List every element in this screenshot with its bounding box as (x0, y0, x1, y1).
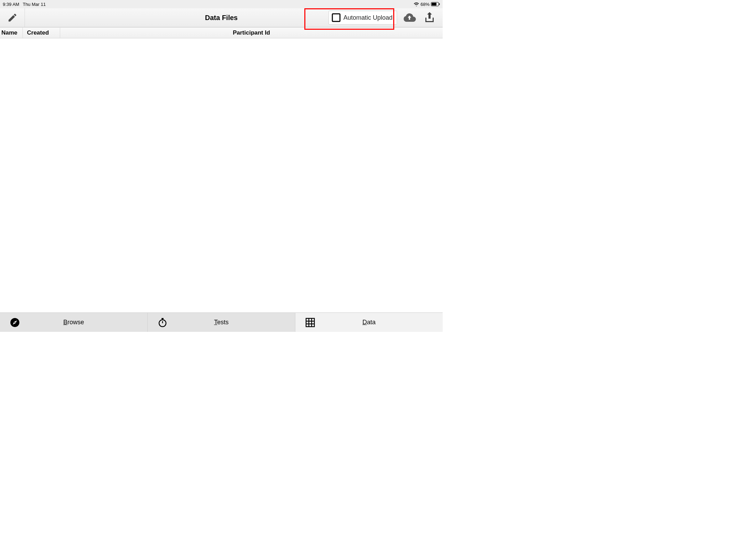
svg-rect-3 (332, 14, 340, 21)
column-header-name[interactable]: Name (0, 28, 23, 38)
tab-tests[interactable]: Tests (148, 313, 295, 332)
share-icon (424, 11, 435, 24)
status-time: 9:39 AM (3, 2, 19, 7)
battery-percent: 68% (421, 2, 430, 7)
svg-rect-10 (306, 318, 314, 327)
status-bar: 9:39 AM Thu Mar 11 68% (0, 0, 443, 8)
tab-data-label: Data (362, 319, 376, 326)
wifi-icon (414, 2, 419, 6)
tab-bar: Browse Tests Data (0, 312, 443, 332)
automatic-upload-toggle[interactable]: Automatic Upload (329, 11, 397, 25)
battery-icon (431, 2, 440, 6)
tab-data[interactable]: Data (295, 313, 443, 332)
checkbox-unchecked-icon (332, 13, 341, 22)
column-header-participant[interactable]: Participant Id (60, 29, 443, 36)
pencil-icon (7, 12, 18, 23)
table-header: Name Created Participant Id (0, 27, 443, 38)
cloud-upload-button[interactable] (402, 10, 417, 25)
stopwatch-icon (157, 317, 168, 328)
tab-browse-label: Browse (63, 319, 84, 326)
column-header-created[interactable]: Created (23, 28, 60, 38)
compass-icon (10, 317, 20, 328)
tab-browse[interactable]: Browse (0, 313, 148, 332)
svg-rect-1 (432, 3, 436, 6)
toolbar: Data Files Automatic Upload (0, 8, 443, 27)
svg-point-5 (15, 322, 16, 323)
share-button[interactable] (422, 10, 437, 25)
svg-rect-7 (162, 318, 164, 319)
cloud-upload-icon (403, 12, 416, 23)
status-date: Thu Mar 11 (23, 2, 46, 7)
tab-tests-label: Tests (214, 319, 229, 326)
automatic-upload-label: Automatic Upload (343, 14, 393, 21)
grid-icon (305, 317, 315, 328)
data-list-empty (0, 38, 443, 312)
svg-rect-2 (439, 3, 440, 5)
edit-button[interactable] (0, 8, 25, 27)
